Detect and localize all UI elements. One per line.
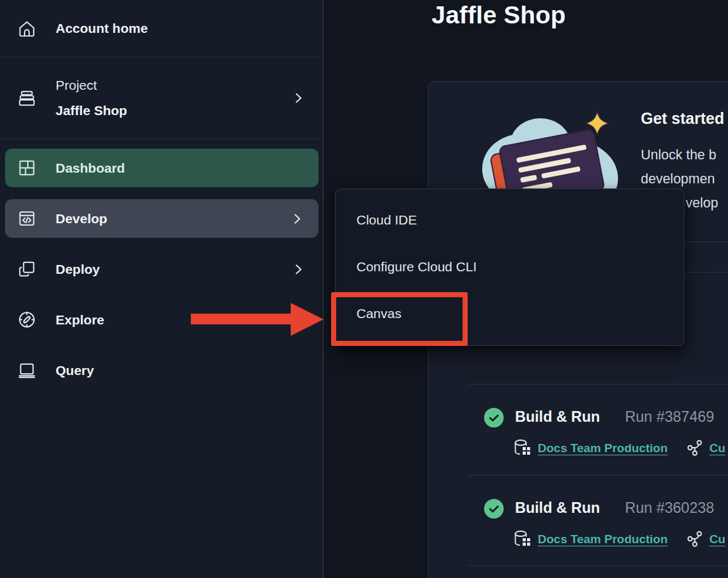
check-circle-icon (484, 499, 504, 519)
run-title: Build & Run (515, 409, 600, 426)
sidebar-item-label: Deploy (56, 262, 100, 277)
sidebar-item-dashboard[interactable]: Dashboard (5, 149, 318, 187)
get-started-text-line2: developmen (641, 171, 715, 187)
row-divider (468, 565, 728, 566)
grid-icon (17, 158, 37, 178)
page-title: Jaffle Shop (432, 1, 566, 29)
row-divider (468, 384, 728, 384)
sidebar-item-deploy[interactable]: Deploy (0, 250, 324, 288)
get-started-text-line3-fragment: velop (686, 195, 718, 211)
chevron-right-icon (291, 212, 303, 226)
run-number: Run #360238 (625, 500, 714, 517)
environment-link[interactable]: Docs Team Production (538, 532, 668, 546)
sidebar-divider (0, 138, 324, 139)
get-started-text-line1: Unlock the b (641, 147, 717, 163)
sidebar-item-project[interactable]: Project Jaffle Shop (0, 58, 324, 138)
compass-icon (17, 310, 37, 329)
menu-item-canvas[interactable]: Canvas (336, 290, 684, 337)
environment-link[interactable]: Docs Team Production (538, 441, 668, 455)
chevron-right-icon (292, 91, 305, 105)
sidebar-item-label: Develop (56, 211, 107, 226)
sidebar-item-account-home[interactable]: Account home (0, 0, 324, 57)
git-branch-icon (687, 531, 703, 548)
run-title: Build & Run (515, 500, 600, 517)
archive-box-icon (17, 89, 37, 108)
laptop-icon (17, 360, 37, 380)
branch-link[interactable]: Cu (710, 532, 725, 546)
sidebar-item-query[interactable]: Query (0, 351, 324, 390)
menu-item-cloud-ide[interactable]: Cloud IDE (336, 197, 684, 243)
database-icon (514, 530, 531, 548)
develop-submenu: Cloud IDE Configure Cloud CLI Canvas (335, 188, 684, 346)
windows-icon (17, 259, 37, 279)
row-divider (468, 475, 728, 476)
database-icon (514, 439, 531, 457)
sidebar-item-develop[interactable]: Develop (5, 199, 318, 238)
menu-item-configure-cloud-cli[interactable]: Configure Cloud CLI (336, 243, 684, 290)
sidebar-item-explore[interactable]: Explore (0, 300, 324, 339)
branch-link[interactable]: Cu (710, 441, 725, 455)
sidebar-item-label: Account home (56, 21, 148, 36)
get-started-heading: Get started (641, 109, 724, 128)
home-icon (17, 19, 37, 39)
run-number: Run #387469 (625, 409, 714, 426)
chevron-right-icon (292, 262, 305, 276)
git-branch-icon (687, 440, 703, 457)
check-circle-icon (484, 408, 504, 427)
sidebar: Account home Project Jaffle Shop (0, 0, 324, 578)
code-window-icon (17, 209, 37, 228)
sidebar-item-label: Query (56, 363, 94, 378)
sidebar-item-label: Dashboard (56, 161, 125, 176)
sidebar-item-label: Explore (56, 312, 104, 328)
project-name: Jaffle Shop (56, 98, 127, 123)
app-window: Jaffle Shop Get started (0, 0, 728, 578)
project-eyebrow: Project (56, 73, 127, 98)
